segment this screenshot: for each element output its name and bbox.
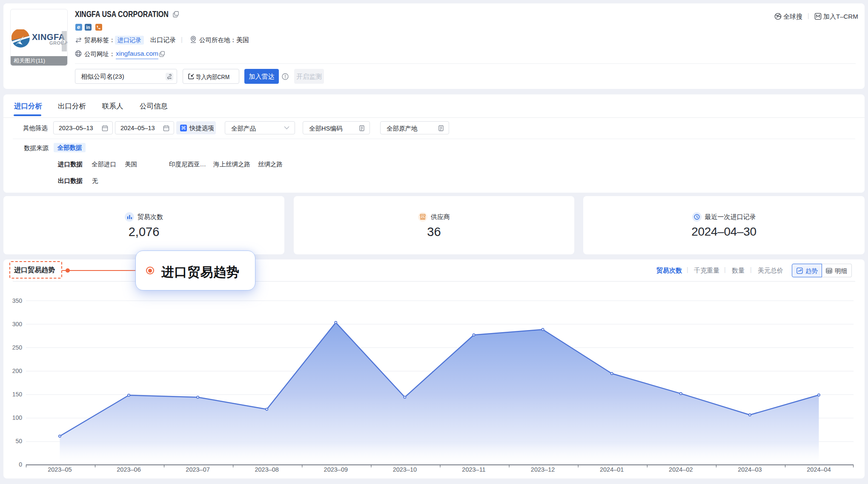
- svg-text:2023–10: 2023–10: [393, 466, 417, 473]
- svg-text:300: 300: [12, 321, 23, 327]
- svg-text:2024–01: 2024–01: [600, 466, 624, 473]
- svg-text:350: 350: [12, 297, 23, 304]
- svg-text:2024–03: 2024–03: [738, 466, 762, 473]
- svg-text:2023–11: 2023–11: [462, 466, 485, 473]
- svg-text:2024–02: 2024–02: [669, 466, 693, 473]
- svg-text:2023–12: 2023–12: [531, 466, 555, 473]
- svg-text:200: 200: [12, 367, 23, 374]
- svg-text:250: 250: [12, 344, 23, 351]
- svg-text:50: 50: [15, 438, 22, 444]
- svg-text:2023–05: 2023–05: [48, 466, 72, 473]
- svg-text:2023–09: 2023–09: [324, 466, 348, 473]
- svg-text:100: 100: [12, 414, 23, 421]
- svg-text:2023–06: 2023–06: [117, 466, 140, 473]
- svg-text:150: 150: [12, 391, 23, 398]
- svg-text:0: 0: [19, 461, 22, 468]
- svg-text:2023–07: 2023–07: [186, 466, 209, 473]
- svg-text:2023–08: 2023–08: [255, 466, 278, 473]
- svg-text:2024–04: 2024–04: [807, 466, 831, 473]
